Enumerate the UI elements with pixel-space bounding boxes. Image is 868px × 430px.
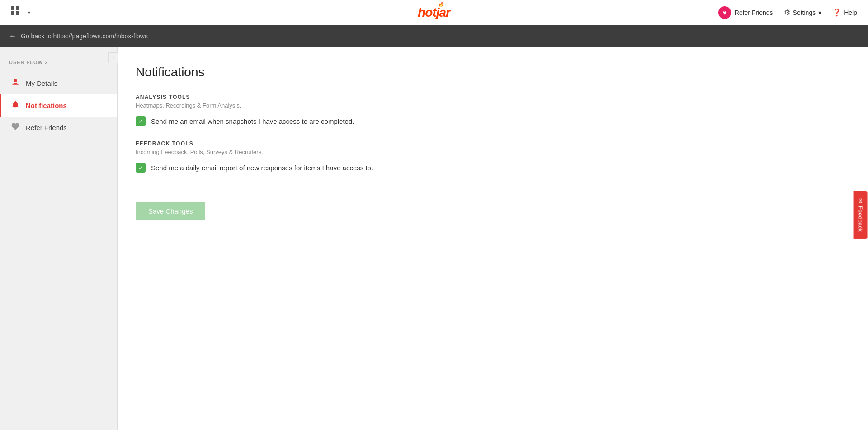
analysis-tools-title: ANALYSIS TOOLS [136, 94, 850, 100]
analysis-tools-description: Heatmaps, Recordings & Form Analysis. [136, 102, 850, 109]
sidebar-item-refer-friends[interactable]: Refer Friends [0, 117, 117, 139]
sidebar-item-my-details[interactable]: My Details [0, 72, 117, 94]
notifications-bell-icon [10, 100, 20, 111]
refer-friends-heart-icon [10, 122, 20, 133]
main-layout: ‹ USER FLOW 2 My Details Notifications R… [0, 47, 868, 430]
settings-button[interactable]: ⚙ Settings ▾ [784, 8, 822, 17]
analysis-tools-section: ANALYSIS TOOLS Heatmaps, Recordings & Fo… [136, 94, 850, 126]
notifications-label: Notifications [26, 102, 67, 109]
help-label: Help [844, 9, 857, 16]
feedback-tab[interactable]: ✉ Feedback [853, 191, 867, 239]
refer-friends-button[interactable]: ♥ Refer Friends [718, 6, 773, 19]
back-arrow-icon: ← [9, 32, 16, 40]
user-flow-label: USER FLOW 2 [0, 56, 117, 72]
refer-friends-label: Refer Friends [735, 9, 773, 16]
help-circle-icon: ❓ [832, 8, 841, 17]
feedback-tools-checkbox-row: ✓ Send me a daily email report of new re… [136, 163, 850, 173]
settings-gear-icon: ⚙ [784, 8, 790, 17]
feedback-envelope-icon: ✉ [857, 198, 863, 203]
feedback-tools-description: Incoming Feedback, Polls, Surveys & Recr… [136, 149, 850, 155]
help-button[interactable]: ❓ Help [832, 8, 857, 17]
back-bar[interactable]: ← Go back to https://pageflows.com/inbox… [0, 25, 868, 47]
feedback-tools-title: FEEDBACK TOOLS [136, 140, 850, 147]
page-title: Notifications [136, 65, 850, 79]
feedback-tools-section: FEEDBACK TOOLS Incoming Feedback, Polls,… [136, 140, 850, 173]
top-navigation: ▾ hotj🔥ar ♥ Refer Friends ⚙ Settings ▾ ❓… [0, 0, 868, 25]
save-changes-button[interactable]: Save Changes [136, 202, 205, 220]
my-details-icon [10, 78, 20, 89]
refer-heart-icon: ♥ [718, 6, 731, 19]
settings-label: Settings [793, 9, 816, 16]
back-url-text: Go back to https://pageflows.com/inbox-f… [21, 33, 148, 40]
logo-text: hotj🔥ar [418, 5, 450, 20]
nav-right: ♥ Refer Friends ⚙ Settings ▾ ❓ Help [718, 6, 857, 19]
feedback-tools-checkbox[interactable]: ✓ [136, 163, 146, 173]
feedback-tools-checkbox-label: Send me a daily email report of new resp… [151, 164, 373, 172]
feedback-label: Feedback [857, 206, 863, 232]
section-divider [136, 187, 850, 187]
analysis-tools-checkbox-label: Send me an email when snapshots I have a… [151, 117, 354, 125]
main-content: Notifications ANALYSIS TOOLS Heatmaps, R… [118, 47, 868, 430]
analysis-tools-checkbox-row: ✓ Send me an email when snapshots I have… [136, 116, 850, 126]
sidebar: ‹ USER FLOW 2 My Details Notifications R… [0, 47, 118, 430]
refer-friends-sidebar-label: Refer Friends [26, 124, 67, 131]
apps-dropdown-arrow[interactable]: ▾ [28, 10, 30, 15]
analysis-tools-checkbox[interactable]: ✓ [136, 116, 146, 126]
svg-point-0 [14, 79, 17, 82]
settings-dropdown-arrow: ▾ [818, 9, 821, 16]
apps-grid-button[interactable] [11, 6, 24, 19]
nav-left: ▾ [11, 6, 30, 19]
my-details-label: My Details [26, 79, 57, 87]
sidebar-collapse-button[interactable]: ‹ [108, 52, 118, 63]
sidebar-item-notifications[interactable]: Notifications [0, 94, 117, 117]
hotjar-logo: hotj🔥ar [418, 5, 450, 20]
